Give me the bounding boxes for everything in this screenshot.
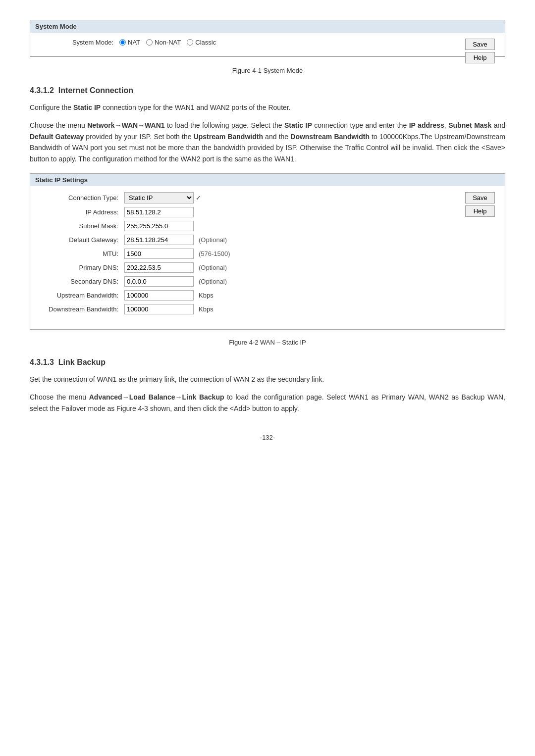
input-ip-address[interactable] [124,207,194,217]
input-upstream-bandwidth[interactable] [124,290,194,301]
field-connection-type: Connection Type: Static IP Dynamic IP PP… [40,192,495,203]
section-432-title: Internet Connection [58,86,133,95]
label-ip-address: IP Address: [40,208,124,216]
field-upstream-bandwidth: Upstream Bandwidth: Kbps [40,290,495,301]
radio-nat[interactable]: NAT [119,39,140,46]
static-ip-actions: Save Help [465,192,495,217]
system-mode-save-button[interactable]: Save [465,39,495,50]
static-ip-help-button[interactable]: Help [465,205,495,217]
select-connection-type[interactable]: Static IP Dynamic IP PPPoE [124,192,194,203]
input-subnet-mask[interactable] [124,221,194,231]
system-mode-label: System Mode: [40,39,119,46]
static-ip-body: Connection Type: Static IP Dynamic IP PP… [30,186,505,329]
label-secondary-dns: Secondary DNS: [40,278,124,285]
radio-classic-label: Classic [195,39,216,46]
section-433-para2: Choose the menu Advanced→Load Balance→Li… [30,392,505,414]
label-connection-type: Connection Type: [40,194,124,202]
system-mode-help-button[interactable]: Help [465,52,495,63]
system-mode-row: System Mode: NAT Non-NAT Classic [40,39,495,46]
system-mode-divider [30,56,505,56]
input-mtu[interactable] [124,249,194,259]
figure1-caption: Figure 4-1 System Mode [30,67,505,74]
note-default-gateway: (Optional) [199,236,227,244]
static-ip-box: Static IP Settings Connection Type: Stat… [30,173,505,330]
label-default-gateway: Default Gateway: [40,236,124,244]
field-downstream-bandwidth: Downstream Bandwidth: Kbps [40,304,495,314]
label-mtu: MTU: [40,250,124,257]
field-mtu: MTU: (576-1500) [40,249,495,259]
note-mtu: (576-1500) [199,250,230,257]
input-primary-dns[interactable] [124,262,194,273]
label-downstream-bandwidth: Downstream Bandwidth: [40,305,124,313]
radio-nat-label: NAT [128,39,140,46]
system-mode-actions: Save Help [465,39,495,63]
field-secondary-dns: Secondary DNS: (Optional) [40,276,495,287]
system-mode-box: System Mode System Mode: NAT Non-NAT Cla… [30,20,505,57]
static-ip-divider [30,329,505,329]
section-432-number: 4.3.1.2 [30,86,54,95]
radio-non-nat-input[interactable] [146,39,153,46]
static-ip-save-button[interactable]: Save [465,192,495,203]
section-432-para1: Configure the Static IP connection type … [30,102,505,113]
section-433-para1: Set the connection of WAN1 as the primar… [30,374,505,385]
label-primary-dns: Primary DNS: [40,264,124,271]
field-default-gateway: Default Gateway: (Optional) [40,235,495,245]
note-primary-dns: (Optional) [199,264,227,271]
input-downstream-bandwidth[interactable] [124,304,194,314]
figure2-caption: Figure 4-2 WAN – Static IP [30,339,505,346]
label-subnet-mask: Subnet Mask: [40,222,124,230]
radio-non-nat-label: Non-NAT [155,39,181,46]
radio-nat-input[interactable] [119,39,126,46]
radio-classic[interactable]: Classic [187,39,216,46]
input-secondary-dns[interactable] [124,276,194,287]
radio-non-nat[interactable]: Non-NAT [146,39,181,46]
unit-downstream-bandwidth: Kbps [199,305,214,313]
field-subnet-mask: Subnet Mask: [40,221,495,231]
input-default-gateway[interactable] [124,235,194,245]
connection-type-check: ✓ [196,194,201,202]
section-433-title: Link Backup [58,358,106,366]
unit-upstream-bandwidth: Kbps [199,292,214,299]
section-432-para2: Choose the menu Network→WAN→WAN1 to load… [30,120,505,164]
radio-classic-input[interactable] [187,39,193,46]
section-433-heading: 4.3.1.3 Link Backup [30,358,505,367]
system-mode-body: System Mode: NAT Non-NAT Classic Save He… [30,33,505,56]
section-433-number: 4.3.1.3 [30,358,54,366]
section-432-heading: 4.3.1.2 Internet Connection [30,86,505,95]
system-mode-header: System Mode [30,20,505,33]
system-mode-radio-group[interactable]: NAT Non-NAT Classic [119,39,216,46]
note-secondary-dns: (Optional) [199,278,227,285]
label-upstream-bandwidth: Upstream Bandwidth: [40,292,124,299]
field-ip-address: IP Address: [40,207,495,217]
field-primary-dns: Primary DNS: (Optional) [40,262,495,273]
static-ip-header: Static IP Settings [30,174,505,186]
page-number: -132- [30,434,505,441]
